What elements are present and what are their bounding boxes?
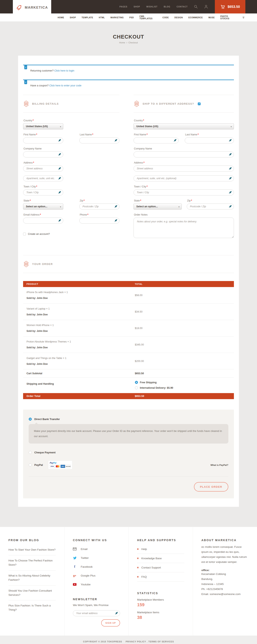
blog-post-link[interactable]: Should You Use Fashion Consultant Servic… <box>8 586 56 600</box>
nav-cms-templates[interactable]: CMS TEMPLATES <box>140 15 157 20</box>
office-label: office: <box>202 569 248 572</box>
billing-state-value: Select an option... <box>26 205 48 208</box>
shipping-street-input[interactable] <box>134 166 234 172</box>
billing-zip-input[interactable] <box>79 204 120 210</box>
billing-company-input[interactable] <box>23 152 63 158</box>
nav-psd[interactable]: PSD <box>129 16 134 19</box>
product-total: $56.00 <box>135 294 142 297</box>
place-order-button[interactable]: PLACE ORDER <box>194 482 228 492</box>
billing-town-input[interactable] <box>23 190 63 196</box>
breadcrumb-home[interactable]: Home <box>119 42 125 44</box>
logo[interactable]: MARKETICA <box>13 0 51 15</box>
social-google-plus-link[interactable]: Google Plus <box>73 571 120 580</box>
cheque-radio[interactable] <box>29 451 32 454</box>
nav-photo-stocks[interactable]: PHOTO STOCKS <box>220 15 236 20</box>
paypal-radio[interactable] <box>29 464 32 466</box>
billing-phone-input[interactable] <box>79 218 120 224</box>
blog-post-link[interactable]: How To Start Your Own Fashion Store? <box>8 544 56 556</box>
shipping-address2-field <box>134 175 234 182</box>
order-row: Variant of Laptop × 1 Sold by: John Doe … <box>23 304 234 320</box>
nav-shop[interactable]: SHOP <box>70 16 76 19</box>
newsletter-signup-button[interactable]: SIGN UP <box>101 619 120 626</box>
login-link[interactable]: Click here to login <box>54 69 74 72</box>
help-link[interactable]: Help <box>137 544 184 554</box>
nav-ecommerce[interactable]: ECOMMERCE <box>188 16 203 19</box>
billing-apartment-input[interactable] <box>23 175 63 182</box>
faq-link[interactable]: FAQ <box>137 572 184 582</box>
nav-html[interactable]: HTML <box>99 16 105 19</box>
required-mark: * <box>33 119 34 122</box>
checkout-forms: BILLING DETAILS Country* United States (… <box>23 95 234 243</box>
shipping-last-name-input[interactable] <box>185 138 234 144</box>
info-icon: i <box>24 65 27 69</box>
newsletter-title: NEWSLETTER <box>73 598 120 601</box>
newsletter-email-input[interactable] <box>73 610 120 616</box>
billing-first-name-input[interactable] <box>23 138 63 144</box>
state-label: State <box>24 199 29 202</box>
shipping-first-name-input[interactable] <box>134 138 179 144</box>
nav-template[interactable]: TEMPLATE <box>82 16 93 19</box>
cart-subtotal-row: Cart Subtotal $653.50 <box>23 370 234 378</box>
social-youtube-link[interactable]: Youtube <box>73 580 120 589</box>
shipping-town-input[interactable] <box>134 190 234 196</box>
billing-country-value: United States (US) <box>26 125 48 128</box>
nav-code[interactable]: CODE <box>162 16 169 19</box>
social-twitter-link[interactable]: Twitter <box>73 554 120 562</box>
country-label: Country <box>134 119 143 122</box>
billing-last-name-input[interactable] <box>79 138 120 144</box>
about-column-title: ABOUT MARKETICA <box>202 538 248 542</box>
billing-section-header: BILLING DETAILS <box>23 95 120 113</box>
nav-home[interactable]: HOME <box>58 16 64 19</box>
shipping-state-select[interactable]: Select an option... <box>134 204 182 210</box>
billing-state-select[interactable]: Select an option... <box>23 204 63 210</box>
nav-muse[interactable]: MUSE <box>208 16 215 19</box>
bank-transfer-radio[interactable] <box>29 418 32 421</box>
what-is-paypal-link[interactable]: What is PayPal? <box>210 464 228 466</box>
international-delivery-radio[interactable] <box>135 386 138 389</box>
top-nav-pages[interactable]: PAGES <box>120 6 127 8</box>
blog-post-link[interactable]: Plus Size Fashion: Is There Such a Thing… <box>8 600 56 615</box>
coupon-link[interactable]: Click here to enter your code <box>50 84 82 87</box>
product-seller: Sold by: John Doe <box>26 330 135 332</box>
shipping-company-input[interactable] <box>134 152 234 158</box>
social-email-link[interactable]: Email <box>73 544 120 554</box>
knowledge-base-link[interactable]: Knowladge Base <box>137 554 184 563</box>
top-nav-contact[interactable]: CONTACT <box>176 6 188 8</box>
double-chevron-down-icon[interactable] <box>242 16 244 19</box>
chevron-down-icon <box>60 205 61 208</box>
top-nav-wishlist[interactable]: WISHLIST <box>146 6 158 8</box>
social-facebook-link[interactable]: Facebook <box>73 562 120 571</box>
paypal-wordmark: PayPal <box>50 462 71 464</box>
cart-button[interactable]: $653.50 <box>215 0 245 14</box>
shipping-country-select[interactable]: United States (US) <box>134 123 234 129</box>
billing-address2-field <box>23 175 63 182</box>
blog-post-link[interactable]: How To Choose The Perfect Fashion Store? <box>8 556 56 570</box>
product-column-header: PRODUCT <box>23 283 135 285</box>
ship-different-checkbox[interactable] <box>198 102 200 105</box>
shipping-apartment-input[interactable] <box>134 175 234 182</box>
free-shipping-radio[interactable] <box>135 381 138 384</box>
product-seller: Sold by: John Doe <box>26 313 135 316</box>
legal-links[interactable]: PRIVACY POLICY . TERMS OF SERVICES <box>126 640 174 643</box>
shipping-zip-input[interactable] <box>187 204 234 210</box>
copyright-bar: COPYRIGHT © 2015 TOKOPRESS PRIVACY POLIC… <box>0 636 257 644</box>
billing-email-input[interactable] <box>23 218 63 224</box>
billing-zip-field: Zip* <box>79 199 120 210</box>
mastercard-icon <box>55 464 60 468</box>
user-icon[interactable] <box>204 4 208 9</box>
top-nav-blog[interactable]: BLOG <box>164 6 170 8</box>
top-nav-shop[interactable]: SHOP <box>134 6 140 8</box>
search-icon[interactable] <box>194 4 198 9</box>
billing-street-input[interactable] <box>23 166 63 172</box>
nav-marketing[interactable]: MARKETING <box>110 16 124 19</box>
blog-post-link[interactable]: What is So Alluring About Celebrity Fash… <box>8 570 56 586</box>
billing-country-select[interactable]: United States (US) <box>23 123 63 129</box>
order-section: YOUR ORDER PRODUCT TOTAL iPhone 5s with … <box>23 255 234 498</box>
contact-support-link[interactable]: Contact Support <box>137 563 184 572</box>
youtube-icon <box>73 582 76 586</box>
newsletter-tagline: We Won't Spam, We Promise <box>73 604 120 607</box>
statistics-title: STATISTICS <box>137 592 184 595</box>
create-account-checkbox[interactable] <box>23 232 26 236</box>
order-notes-textarea[interactable] <box>134 218 234 238</box>
nav-design[interactable]: DESIGN <box>174 16 183 19</box>
